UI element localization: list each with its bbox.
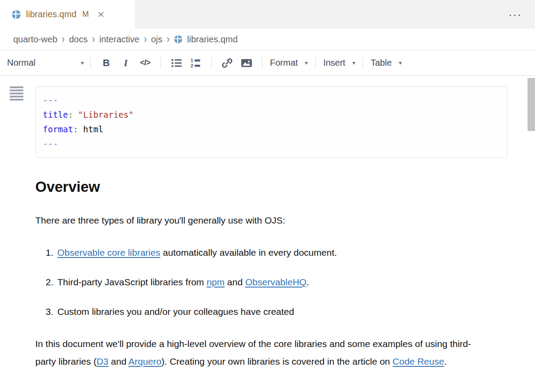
toolbar-divider	[315, 57, 316, 69]
chevron-down-icon: ▾	[352, 60, 355, 66]
chevron-right-icon: ›	[92, 33, 95, 46]
bulleted-list-icon	[171, 57, 182, 69]
yaml-fence-bottom: ---	[43, 137, 500, 151]
link-icon	[221, 57, 233, 69]
link-button[interactable]	[217, 54, 237, 72]
list-item: 3. Custom libraries you and/or your coll…	[35, 306, 535, 317]
quarto-logo-icon	[11, 10, 21, 19]
code-reuse-link[interactable]: Code Reuse	[393, 356, 444, 366]
tab-title: libraries.qmd	[26, 9, 76, 19]
table-menu[interactable]: Table ▾	[369, 58, 403, 68]
breadcrumb-item-ojs[interactable]: ojs	[151, 34, 162, 45]
chevron-down-icon: ▾	[399, 60, 402, 66]
block-drag-handle-icon[interactable]	[10, 86, 23, 102]
toolbar-divider	[161, 57, 161, 69]
npm-link[interactable]: npm	[206, 277, 224, 287]
editor-content[interactable]: --- title: "Libraries" format: html --- …	[0, 76, 535, 370]
chevron-down-icon: ▾	[305, 60, 308, 66]
breadcrumb-item-file[interactable]: libraries.qmd	[174, 34, 237, 45]
code-button[interactable]: </>	[135, 54, 155, 72]
breadcrumb: quarto-web › docs › interactive › ojs › …	[0, 29, 535, 50]
style-select-value: Normal	[7, 58, 35, 68]
toolbar-divider	[211, 57, 212, 69]
list-item-number: 3.	[35, 306, 57, 317]
breadcrumb-item-quarto-web[interactable]: quarto-web	[13, 34, 57, 45]
italic-button[interactable]: I	[116, 54, 135, 72]
toolbar-divider	[90, 57, 91, 69]
tab-bar: libraries.qmd M ✕ ···	[0, 0, 535, 29]
vertical-scrollbar[interactable]	[528, 78, 535, 131]
bold-icon: B	[103, 57, 110, 69]
svg-text:2: 2	[191, 63, 193, 68]
modified-badge: M	[82, 10, 89, 19]
list-item-text: Observable core libraries automatically …	[57, 246, 337, 258]
chevron-down-icon: ▾	[81, 60, 84, 66]
list-item-text: Custom libraries you and/or your colleag…	[57, 306, 294, 317]
arquero-link[interactable]: Arquero	[128, 356, 161, 366]
bulleted-list-button[interactable]	[167, 54, 186, 72]
chevron-right-icon: ›	[167, 33, 169, 46]
insert-menu[interactable]: Insert ▾	[322, 58, 357, 68]
numbered-list-button[interactable]: 1 2	[186, 54, 206, 72]
observablehq-link[interactable]: ObservableHQ	[245, 277, 307, 287]
breadcrumb-file-label: libraries.qmd	[187, 34, 237, 45]
image-icon	[241, 57, 252, 69]
observable-core-libraries-link[interactable]: Observable core libraries	[57, 247, 160, 258]
format-menu-label: Format	[270, 58, 298, 68]
d3-link[interactable]: D3	[97, 356, 108, 366]
chevron-right-icon: ›	[62, 33, 64, 46]
chevron-right-icon: ›	[144, 33, 146, 46]
format-menu[interactable]: Format ▾	[268, 58, 310, 68]
bold-button[interactable]: B	[97, 54, 116, 72]
list-item: 2. Third-party JavaScript libraries from…	[35, 276, 535, 288]
breadcrumb-item-interactive[interactable]: interactive	[99, 34, 139, 45]
yaml-front-matter-block[interactable]: --- title: "Libraries" format: html ---	[35, 86, 508, 158]
yaml-title-line: title: "Libraries"	[43, 108, 500, 122]
numbered-list-icon: 1 2	[190, 57, 202, 69]
page-title: Overview	[35, 179, 535, 195]
list-item-number: 2.	[35, 276, 57, 288]
toolbar-divider	[363, 57, 363, 69]
yaml-fence-top: ---	[43, 93, 500, 108]
tab-libraries-qmd[interactable]: libraries.qmd M ✕	[0, 0, 135, 29]
library-types-list: 1. Observable core libraries automatical…	[35, 246, 535, 317]
list-item-text: Third-party JavaScript libraries from np…	[57, 276, 309, 288]
yaml-format-line: format: html	[43, 122, 500, 137]
closing-paragraph: In this document we'll provide a high-le…	[35, 335, 483, 370]
intro-paragraph: There are three types of library you'll …	[35, 214, 482, 227]
editor-toolbar: Normal ▾ B I </> 1 2	[0, 50, 535, 76]
insert-menu-label: Insert	[323, 58, 345, 68]
paragraph-style-select[interactable]: Normal ▾	[6, 58, 85, 68]
list-item-number: 1.	[35, 246, 57, 258]
more-actions-icon[interactable]: ···	[509, 8, 522, 21]
svg-text:1: 1	[191, 58, 193, 63]
toolbar-divider	[262, 57, 262, 69]
image-button[interactable]	[237, 54, 256, 72]
close-icon[interactable]: ✕	[97, 10, 105, 19]
breadcrumb-item-docs[interactable]: docs	[69, 34, 87, 45]
table-menu-label: Table	[370, 58, 392, 68]
list-item: 1. Observable core libraries automatical…	[35, 246, 535, 258]
italic-icon: I	[124, 57, 128, 69]
quarto-logo-icon	[174, 35, 183, 44]
code-icon: </>	[140, 58, 150, 67]
